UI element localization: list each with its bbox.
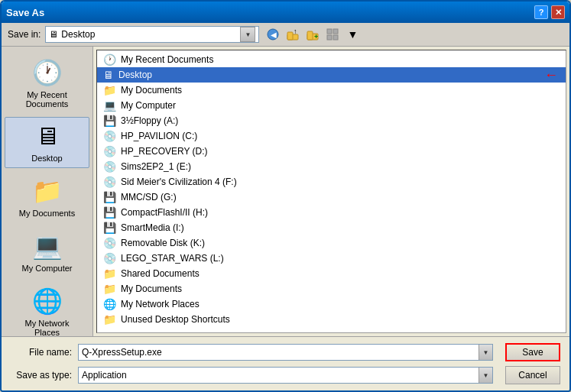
action-buttons: Save bbox=[505, 343, 560, 361]
up-folder-button[interactable]: ↑ bbox=[284, 26, 302, 43]
item-icon: 💾 bbox=[103, 191, 116, 203]
file-type-row: Save as type: Application ▼ Cancel bbox=[11, 366, 560, 384]
file-type-value: Application bbox=[79, 368, 479, 383]
close-button[interactable]: ✕ bbox=[551, 5, 565, 19]
desktop-sidebar-icon: 🖥 bbox=[35, 122, 60, 151]
item-icon: 💾 bbox=[103, 222, 116, 234]
back-button[interactable]: ◀ bbox=[264, 26, 282, 43]
sidebar-documents-label: My Documents bbox=[19, 209, 75, 218]
svg-text:↑: ↑ bbox=[294, 28, 297, 35]
file-name-dropdown-arrow[interactable]: ▼ bbox=[479, 345, 492, 360]
sidebar-item-computer[interactable]: 💻 My Computer bbox=[5, 226, 89, 278]
item-name: Removable Disk (K:) bbox=[121, 238, 205, 248]
list-item[interactable]: 📁 My Documents bbox=[97, 83, 566, 98]
item-name: Sims2EP2_1 (E:) bbox=[121, 161, 191, 172]
new-folder-button[interactable]: + bbox=[303, 26, 322, 43]
sidebar-item-network[interactable]: 🌐 My NetworkPlaces bbox=[5, 281, 89, 336]
item-name: My Computer bbox=[121, 100, 176, 111]
item-name: 3½Floppy (A:) bbox=[121, 115, 178, 126]
item-icon: 💿 bbox=[103, 130, 116, 142]
save-as-dialog: Save As ? ✕ Save in: 🖥 Desktop ▼ ◀ ↑ + bbox=[0, 0, 571, 392]
bottom-area: File name: ▼ Save Save as type: Applicat… bbox=[2, 336, 569, 390]
list-item[interactable]: 🕐 My Recent Documents bbox=[97, 52, 566, 67]
item-name: CompactFlashI/II (H:) bbox=[121, 207, 208, 218]
list-item[interactable]: 💿 HP_PAVILION (C:) bbox=[97, 128, 566, 144]
list-item[interactable]: 💾 3½Floppy (A:) bbox=[97, 113, 566, 128]
svg-rect-8 bbox=[327, 29, 332, 34]
list-item[interactable]: 💿 LEGO_STAR_WARS (L:) bbox=[97, 251, 566, 266]
sidebar-recent-label: My RecentDocuments bbox=[26, 90, 69, 109]
svg-text:◀: ◀ bbox=[271, 31, 277, 39]
file-name-input[interactable] bbox=[79, 345, 479, 360]
item-name: HP_RECOVERY (D:) bbox=[121, 146, 208, 157]
svg-rect-10 bbox=[327, 35, 332, 40]
file-name-input-wrap[interactable]: ▼ bbox=[78, 344, 493, 361]
svg-text:+: + bbox=[314, 33, 318, 40]
views-dropdown-button[interactable]: ▼ bbox=[343, 26, 362, 43]
save-in-dropdown-arrow[interactable]: ▼ bbox=[240, 27, 255, 42]
item-icon: 📁 bbox=[103, 283, 116, 295]
item-icon: 🕐 bbox=[103, 53, 116, 66]
file-list-area[interactable]: 🕐 My Recent Documents 🖥 Desktop ← 📁 My D… bbox=[96, 50, 566, 333]
item-name: Shared Documents bbox=[121, 268, 200, 279]
item-icon: 📁 bbox=[103, 267, 116, 280]
recent-icon: 🕐 bbox=[32, 58, 63, 87]
sidebar-computer-label: My Computer bbox=[21, 264, 72, 273]
item-name: SmartMedia (I:) bbox=[121, 222, 184, 233]
item-name: LEGO_STAR_WARS (L:) bbox=[121, 253, 224, 264]
list-item[interactable]: 💾 MMC/SD (G:) bbox=[97, 190, 566, 205]
svg-rect-11 bbox=[333, 35, 338, 40]
sidebar-item-documents[interactable]: 📁 My Documents bbox=[5, 171, 89, 223]
item-icon: 💿 bbox=[103, 160, 116, 173]
list-item[interactable]: 🌐 My Network Places bbox=[97, 296, 566, 312]
save-button[interactable]: Save bbox=[505, 343, 560, 361]
file-list: 🕐 My Recent Documents 🖥 Desktop ← 📁 My D… bbox=[97, 50, 566, 329]
title-buttons: ? ✕ bbox=[534, 5, 565, 19]
list-item[interactable]: 💿 Removable Disk (K:) bbox=[97, 235, 566, 251]
main-content: 🕐 My RecentDocuments 🖥 Desktop 📁 My Docu… bbox=[2, 47, 569, 336]
save-in-dropdown[interactable]: 🖥 Desktop ▼ bbox=[45, 26, 259, 43]
item-icon: 💾 bbox=[103, 206, 116, 219]
dialog-title: Save As bbox=[6, 7, 44, 18]
item-icon: 💿 bbox=[103, 252, 116, 264]
item-icon: 💻 bbox=[103, 99, 116, 112]
file-type-dropdown-arrow[interactable]: ▼ bbox=[479, 368, 492, 383]
toolbar-icon-group: ◀ ↑ + ▼ bbox=[264, 26, 362, 43]
item-icon: 📁 bbox=[103, 313, 116, 326]
sidebar: 🕐 My RecentDocuments 🖥 Desktop 📁 My Docu… bbox=[2, 47, 93, 336]
sidebar-item-desktop[interactable]: 🖥 Desktop bbox=[5, 117, 89, 168]
svg-rect-6 bbox=[307, 31, 313, 40]
cancel-button[interactable]: Cancel bbox=[505, 366, 560, 384]
svg-rect-9 bbox=[333, 29, 338, 34]
sidebar-item-recent[interactable]: 🕐 My RecentDocuments bbox=[5, 53, 89, 114]
file-type-wrap[interactable]: Application ▼ bbox=[78, 367, 493, 384]
item-icon: 🌐 bbox=[103, 298, 116, 310]
item-name: MMC/SD (G:) bbox=[121, 192, 177, 202]
save-in-label: Save in: bbox=[8, 29, 41, 40]
item-name: My Documents bbox=[121, 85, 182, 96]
list-item[interactable]: 🖥 Desktop ← bbox=[97, 67, 566, 83]
list-item[interactable]: 📁 Shared Documents bbox=[97, 266, 566, 281]
item-icon: 💾 bbox=[103, 115, 116, 127]
sidebar-network-label: My NetworkPlaces bbox=[24, 319, 69, 336]
list-item[interactable]: 💿 Sid Meier's Civilization 4 (F:) bbox=[97, 174, 566, 190]
documents-icon: 📁 bbox=[32, 177, 63, 206]
views-button[interactable] bbox=[323, 26, 342, 43]
item-name: My Network Places bbox=[121, 299, 200, 309]
item-icon: 📁 bbox=[103, 84, 116, 96]
list-item[interactable]: 💻 My Computer bbox=[97, 98, 566, 113]
list-item[interactable]: 💾 CompactFlashI/II (H:) bbox=[97, 205, 566, 220]
file-name-row: File name: ▼ Save bbox=[11, 343, 560, 361]
list-item[interactable]: 💿 Sims2EP2_1 (E:) bbox=[97, 159, 566, 174]
network-icon: 🌐 bbox=[32, 287, 63, 316]
item-icon: 💿 bbox=[103, 176, 116, 188]
desktop-icon: 🖥 bbox=[49, 29, 58, 40]
toolbar: Save in: 🖥 Desktop ▼ ◀ ↑ + ▼ bbox=[2, 23, 569, 47]
list-item[interactable]: 💾 SmartMedia (I:) bbox=[97, 220, 566, 235]
computer-icon: 💻 bbox=[32, 232, 63, 261]
list-item[interactable]: 📁 Unused Desktop Shortcuts bbox=[97, 312, 566, 327]
list-item[interactable]: 📁 My Documents bbox=[97, 281, 566, 296]
help-button[interactable]: ? bbox=[534, 5, 548, 19]
list-item[interactable]: 💿 HP_RECOVERY (D:) bbox=[97, 144, 566, 159]
file-name-label: File name: bbox=[11, 347, 72, 358]
